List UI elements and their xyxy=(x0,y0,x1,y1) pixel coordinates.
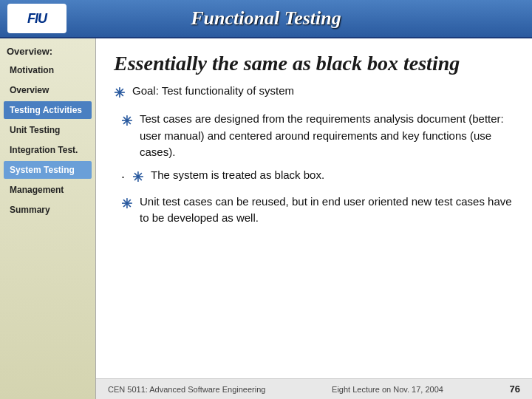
sidebar-item-motivation[interactable]: Motivation xyxy=(4,61,92,79)
sidebar-item-testing-activities[interactable]: Testing Activities xyxy=(4,101,92,119)
goal-bullet-symbol: ✳ xyxy=(114,83,125,103)
sub-bullet-1: ✳ Test cases are designed from the requi… xyxy=(121,111,514,161)
footer-page-number: 76 xyxy=(510,383,520,395)
main-layout: Overview: Motivation Overview Testing Ac… xyxy=(0,38,532,399)
sub-bullet-2-text: The system is treated as black box. xyxy=(151,167,324,184)
sub-bullet-3-symbol: ✳ xyxy=(121,194,132,214)
fiu-logo: FIU xyxy=(7,4,66,33)
sub-bullet-1-text: Test cases are designed from the require… xyxy=(140,111,514,161)
sub-bullet-3-text: Unit test cases can be reused, but in en… xyxy=(140,194,514,227)
sub-bullet-2: · ✳ The system is treated as black box. xyxy=(121,167,514,188)
content-title: Essentially the same as black box testin… xyxy=(114,52,514,75)
goal-bullet-text: Goal: Test functionality of system xyxy=(132,83,294,100)
footer: CEN 5011: Advanced Software Engineering … xyxy=(96,378,532,399)
sidebar-overview-label: Overview: xyxy=(4,46,92,57)
sub-bullets-section: ✳ Test cases are designed from the requi… xyxy=(114,111,514,227)
sub-bullet-3: ✳ Unit test cases can be reused, but in … xyxy=(121,194,514,227)
dot-bullet-symbol: · xyxy=(121,167,125,187)
sidebar-item-unit-testing[interactable]: Unit Testing xyxy=(4,121,92,139)
sub-bullet-1-symbol: ✳ xyxy=(121,112,132,132)
sidebar-item-integration-test[interactable]: Integration Test. xyxy=(4,141,92,159)
main-content: Essentially the same as black box testin… xyxy=(96,38,532,399)
page-header: FIU Functional Testing xyxy=(0,0,532,38)
sidebar-item-system-testing[interactable]: System Testing xyxy=(4,161,92,179)
goal-section: ✳ Goal: Test functionality of system xyxy=(114,83,514,103)
footer-right-label: Eight Lecture on Nov. 17, 2004 xyxy=(332,385,443,394)
sub-bullet-2-symbol: ✳ xyxy=(132,168,143,188)
sidebar-item-management[interactable]: Management xyxy=(4,181,92,199)
logo-area: FIU xyxy=(7,4,66,33)
goal-bullet: ✳ Goal: Test functionality of system xyxy=(114,83,514,103)
page-title: Functional Testing xyxy=(191,7,341,30)
sidebar-item-overview[interactable]: Overview xyxy=(4,81,92,99)
sidebar-item-summary[interactable]: Summary xyxy=(4,201,92,219)
sidebar: Overview: Motivation Overview Testing Ac… xyxy=(0,38,96,399)
footer-left: CEN 5011: Advanced Software Engineering xyxy=(108,385,265,394)
